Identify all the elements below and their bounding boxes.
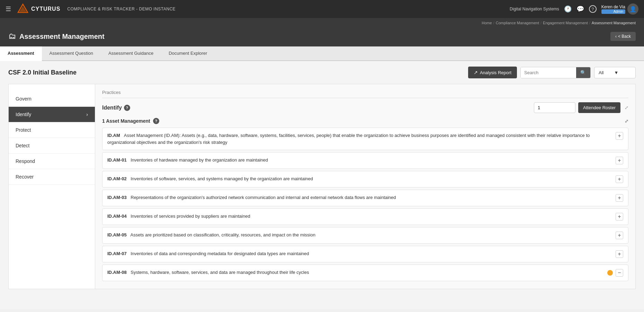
page-title: Assessment Management (19, 33, 105, 41)
tab-assessment-question[interactable]: Assessment Question (42, 46, 101, 61)
user-name: Keren de Via (601, 5, 625, 9)
section-expand-icon[interactable]: ⤢ (625, 119, 628, 124)
practice-item-actions: + (616, 194, 623, 202)
practice-item-text: ID.AM-08 Systems, hardware, software, se… (107, 269, 603, 276)
practice-description: Assets are prioritized based on classifi… (131, 232, 315, 237)
practice-item-actions: + (616, 132, 623, 140)
section-title: 1 Asset Management (102, 118, 150, 124)
practices-label: Practices (102, 90, 628, 98)
user-text: Keren de Via Admin (601, 5, 625, 14)
breadcrumb-sep-3: / (589, 21, 590, 25)
tabs-bar: Assessment Assessment Question Assessmen… (0, 46, 644, 61)
history-icon-btn[interactable]: 🕐 (564, 5, 572, 13)
analysis-report-button[interactable]: ↗ Analysis Report (468, 67, 517, 78)
practice-item-text: ID.AM-07 Inventories of data and corresp… (107, 250, 611, 257)
status-badge-yellow (607, 270, 613, 276)
practice-plus-button[interactable]: + (616, 232, 623, 239)
search-icon: 🔍 (580, 70, 586, 75)
practice-item-text: ID.AM-01 Inventories of hardware managed… (107, 157, 611, 164)
analysis-report-label: Analysis Report (480, 70, 511, 75)
sidebar-item-label-identify: Identify (16, 112, 31, 117)
breadcrumb-current: Assessment Management (592, 21, 636, 25)
practice-description: Representations of the organization's au… (131, 195, 396, 200)
identify-number-input[interactable] (534, 102, 575, 113)
left-nav: Govern Identify › Protect Detect Respond… (9, 84, 95, 289)
search-input[interactable] (521, 67, 576, 78)
practice-plus-button[interactable]: + (616, 132, 623, 140)
practice-code: ID.AM-02 (107, 176, 127, 181)
practice-code: ID.AM (107, 133, 120, 138)
practice-code: ID.AM-05 (107, 232, 127, 237)
practice-item[interactable]: ID.AM-01 Inventories of hardware managed… (102, 152, 628, 169)
sidebar-item-recover[interactable]: Recover (9, 169, 95, 185)
org-name: Digital Navigation Systems (510, 7, 559, 11)
practice-item[interactable]: ID.AM-08 Systems, hardware, software, se… (102, 265, 628, 281)
practice-item[interactable]: ID.AM-05 Assets are prioritized based on… (102, 227, 628, 244)
practice-minus-button[interactable]: − (616, 269, 623, 277)
tab-document-explorer[interactable]: Document Explorer (161, 46, 215, 61)
sidebar-item-label-govern: Govern (16, 96, 32, 102)
attendee-roster-button[interactable]: Attendee Roster (578, 102, 620, 113)
breadcrumb: Home / Compliance Management / Engagemen… (0, 18, 644, 28)
practice-plus-button[interactable]: + (616, 175, 623, 183)
right-panel: Practices Identify ? Attendee Roster ⤢ 1… (95, 84, 635, 289)
cyturus-logo-icon (17, 3, 29, 15)
chat-icon-btn[interactable]: 💬 (576, 5, 584, 13)
avatar: 👤 (627, 3, 638, 15)
practice-description: Inventories of software, services, and s… (131, 176, 313, 181)
practice-description: Systems, hardware, software, services, a… (131, 270, 309, 275)
sidebar-item-label-recover: Recover (16, 174, 34, 180)
identify-actions: Attendee Roster ⤢ (534, 102, 628, 113)
help-icon-btn[interactable]: ? (589, 5, 597, 13)
practice-description: Asset Management (ID.AM): Assets (e.g., … (107, 133, 590, 145)
practice-code: ID.AM-08 (107, 270, 127, 275)
search-box: 🔍 (520, 67, 591, 78)
folder-icon: 🗂 (8, 32, 16, 41)
main-content: CSF 2.0 Initial Baseline ↗ Analysis Repo… (0, 61, 644, 309)
practice-item-text: ID.AM-02 Inventories of software, servic… (107, 175, 611, 182)
practice-description: Inventories of services provided by supp… (131, 214, 250, 219)
search-button[interactable]: 🔍 (576, 67, 590, 78)
assessment-header-row: CSF 2.0 Initial Baseline ↗ Analysis Repo… (8, 67, 636, 78)
hamburger-icon[interactable]: ☰ (6, 5, 11, 13)
app-title: COMPLIANCE & RISK TRACKER - DEMO INSTANC… (67, 7, 510, 11)
practice-item-actions: + (616, 213, 623, 220)
page-header: 🗂 Assessment Management ‹ < Back (0, 28, 644, 46)
back-chevron-icon: ‹ (615, 34, 617, 39)
sidebar-item-identify[interactable]: Identify › (9, 107, 95, 122)
identify-row: Identify ? Attendee Roster ⤢ (102, 102, 628, 113)
practice-code: ID.AM-01 (107, 157, 127, 163)
section-help-icon[interactable]: ? (153, 118, 159, 124)
practice-item-actions: + (616, 157, 623, 164)
chevron-down-icon: ▼ (614, 70, 618, 75)
practice-item[interactable]: ID.AM Asset Management (ID.AM): Assets (… (102, 128, 628, 150)
practice-plus-button[interactable]: + (616, 194, 623, 202)
sidebar-item-protect[interactable]: Protect (9, 122, 95, 138)
tab-assessment-guidance[interactable]: Assessment Guidance (101, 46, 161, 61)
practice-plus-button[interactable]: + (616, 250, 623, 258)
identify-help-icon[interactable]: ? (124, 105, 130, 111)
back-button[interactable]: ‹ < Back (610, 32, 636, 41)
practice-item-text: ID.AM-03 Representations of the organiza… (107, 194, 611, 201)
breadcrumb-compliance[interactable]: Compliance Management (496, 21, 539, 25)
practice-description: Inventories of data and corresponding me… (131, 251, 309, 256)
identify-title: Identify (102, 105, 122, 111)
sidebar-item-detect[interactable]: Detect (9, 138, 95, 154)
practice-item[interactable]: ID.AM-04 Inventories of services provide… (102, 208, 628, 225)
practice-item[interactable]: ID.AM-07 Inventories of data and corresp… (102, 246, 628, 262)
filter-dropdown[interactable]: All ▼ (594, 67, 636, 78)
sidebar-item-respond[interactable]: Respond (9, 154, 95, 169)
practice-item[interactable]: ID.AM-02 Inventories of software, servic… (102, 171, 628, 188)
practice-item-text: ID.AM Asset Management (ID.AM): Assets (… (107, 132, 611, 146)
practice-item-actions: + (616, 175, 623, 183)
chat-icon: 💬 (576, 5, 584, 13)
tab-assessment[interactable]: Assessment (0, 46, 42, 61)
practice-plus-button[interactable]: + (616, 157, 623, 164)
breadcrumb-engagement[interactable]: Engagement Management (543, 21, 588, 25)
chevron-right-icon: › (86, 112, 88, 117)
practice-plus-button[interactable]: + (616, 213, 623, 220)
expand-icon[interactable]: ⤢ (625, 105, 628, 110)
breadcrumb-home[interactable]: Home (482, 21, 492, 25)
sidebar-item-govern[interactable]: Govern (9, 91, 95, 107)
practice-item[interactable]: ID.AM-03 Representations of the organiza… (102, 190, 628, 206)
